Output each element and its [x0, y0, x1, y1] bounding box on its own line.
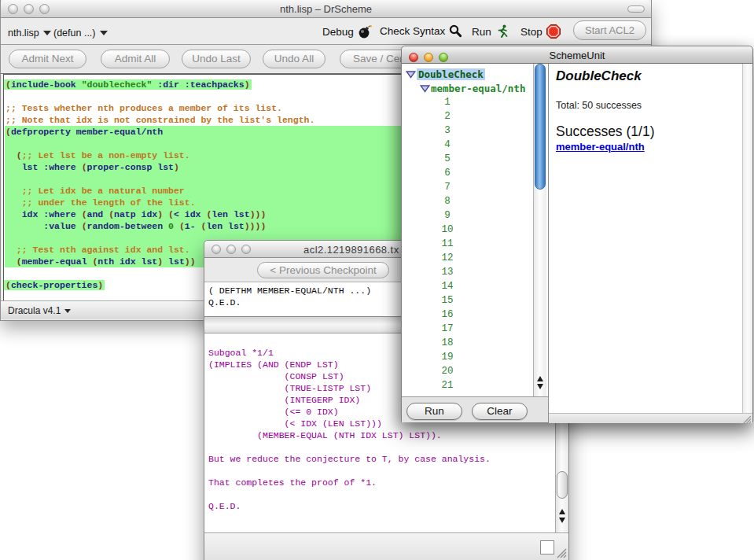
tree-case-item[interactable]: 17 — [431, 323, 464, 334]
resize-grip-icon[interactable] — [741, 414, 752, 424]
tree-case-item[interactable]: 8 — [431, 196, 464, 207]
acl2-bottom-bar — [204, 532, 568, 560]
window-title: nth.lisp – DrScheme — [1, 3, 651, 15]
schemeunit-window: SchemeUnit DoubleCheck member-equal/nth … — [401, 46, 753, 422]
tree-item-member-equal-nth[interactable]: member-equal/nth — [420, 81, 525, 95]
scroll-down-icon[interactable] — [559, 518, 565, 523]
tree-item-doublecheck[interactable]: DoubleCheck — [406, 67, 485, 81]
tree-case-item[interactable]: 12 — [431, 252, 464, 263]
check-syntax-label: Check Syntax — [380, 25, 445, 37]
run-tests-button[interactable]: Run — [406, 403, 462, 420]
run-button[interactable]: Run — [472, 24, 510, 39]
tree-case-item[interactable]: 15 — [431, 295, 464, 306]
chevron-down-icon — [100, 31, 108, 35]
drscheme-titlebar[interactable]: nth.lisp – DrScheme — [1, 0, 651, 18]
report-scrollbar[interactable] — [742, 64, 752, 413]
tree-case-item[interactable]: 21 — [431, 380, 464, 391]
tree-case-item[interactable]: 13 — [431, 267, 464, 278]
code-line: lst :where (proper-consp lst) — [4, 161, 314, 173]
stop-icon — [546, 24, 561, 39]
report-successes-heading: Successes (1/1) — [556, 123, 741, 139]
report-heading: DoubleCheck — [556, 68, 741, 83]
tree-case-item[interactable]: 20 — [431, 366, 464, 377]
undo-last-button[interactable]: Undo Last — [182, 50, 251, 68]
code-line: (defproperty member-equal/nth — [4, 126, 314, 138]
tree-case-item[interactable]: 19 — [431, 352, 464, 363]
admit-all-button[interactable]: Admit All — [101, 50, 170, 68]
window-title: SchemeUnit — [402, 50, 752, 61]
chevron-down-icon — [64, 309, 71, 313]
tree-case-item[interactable]: 2 — [431, 111, 464, 122]
defun-dropdown[interactable]: (defun ...) — [53, 28, 108, 39]
filename-dropdown[interactable]: nth.lisp — [8, 28, 51, 39]
filename-dropdown-label: nth.lisp — [8, 28, 39, 39]
tree-case-item[interactable]: 16 — [431, 309, 464, 320]
tree-case-item[interactable]: 7 — [431, 182, 464, 193]
language-label: Dracula v4.1 — [8, 305, 61, 316]
defun-dropdown-label: (defun ...) — [53, 28, 96, 39]
disclosure-triangle-icon[interactable] — [420, 84, 430, 93]
bomb-icon — [357, 24, 373, 39]
drscheme-navbar: nth.lisp (defun ...) Debug Check Syntax — [1, 18, 651, 45]
check-syntax-button[interactable]: Check Syntax — [380, 24, 463, 39]
code-line: ;; Tests whether nth produces a member o… — [4, 102, 314, 114]
tree-case-item[interactable]: 10 — [431, 224, 464, 235]
code-line: ;; Let idx be a natural number — [4, 185, 314, 197]
proof-summary-text: ( DEFTHM MEMBER-EQUAL/NTH ...) Q.E.D. — [208, 285, 371, 308]
start-acl2-button[interactable]: Start ACL2 — [573, 20, 646, 40]
stop-label: Stop — [520, 26, 543, 38]
report-pane[interactable]: DoubleCheck Total: 50 successes Successe… — [549, 64, 752, 413]
chevron-down-icon — [43, 31, 51, 35]
acl2-window-controls — [211, 245, 251, 254]
code-line — [4, 173, 314, 185]
magnifier-icon — [448, 24, 463, 39]
tree-case-item[interactable]: 5 — [431, 153, 464, 164]
debug-button[interactable]: Debug — [322, 24, 373, 39]
test-tree[interactable]: DoubleCheck member-equal/nth 12345678910… — [402, 64, 548, 397]
runner-icon — [495, 24, 510, 39]
proof-scrollbar-thumb[interactable] — [557, 471, 568, 499]
code-line — [4, 90, 314, 102]
acl2-checkbox[interactable] — [540, 540, 554, 554]
tree-case-item[interactable]: 3 — [431, 125, 464, 136]
tree-scrollbar[interactable] — [533, 64, 546, 396]
admit-next-button[interactable]: Admit Next — [9, 50, 86, 68]
toolbar-toggle-button[interactable] — [627, 6, 645, 13]
tree-root-label[interactable]: DoubleCheck — [417, 68, 485, 80]
tree-case-item[interactable]: 9 — [431, 210, 464, 221]
tree-case-item[interactable]: 11 — [431, 238, 464, 249]
test-result-link[interactable]: member-equal/nth — [556, 141, 645, 153]
code-line: (include-book "doublecheck" :dir :teachp… — [4, 79, 314, 90]
code-line: :value (random-between 0 (1- (len lst)))… — [4, 220, 314, 232]
previous-checkpoint-button[interactable]: < Previous Checkpoint — [257, 262, 389, 278]
undo-all-button[interactable]: Undo All — [263, 50, 326, 68]
zoom-button[interactable] — [241, 245, 251, 254]
tree-case-item[interactable]: 4 — [431, 139, 464, 150]
tree-scroll-arrows — [534, 374, 546, 392]
schemeunit-titlebar[interactable]: SchemeUnit — [402, 46, 752, 64]
report-panel: DoubleCheck Total: 50 successes Successe… — [549, 64, 752, 422]
clear-tests-button[interactable]: Clear — [472, 403, 528, 420]
scroll-down-icon[interactable] — [537, 384, 543, 389]
debug-label: Debug — [322, 26, 354, 38]
schemeunit-body: DoubleCheck member-equal/nth 12345678910… — [402, 64, 752, 422]
tree-case-item[interactable]: 18 — [431, 337, 464, 348]
tree-case-item[interactable]: 1 — [431, 97, 464, 108]
test-buttons-bar: Run Clear — [402, 397, 548, 422]
scroll-up-icon[interactable] — [537, 376, 543, 381]
stop-button[interactable]: Stop — [520, 24, 561, 39]
tree-case-item[interactable]: 6 — [431, 168, 464, 179]
code-line: (;; Let lst be a non-empty list. — [4, 149, 314, 161]
scroll-up-icon[interactable] — [559, 509, 565, 514]
report-total: Total: 50 successes — [556, 100, 741, 111]
tree-case-item[interactable]: 14 — [431, 281, 464, 292]
close-button[interactable] — [211, 245, 221, 254]
test-tree-panel: DoubleCheck member-equal/nth 12345678910… — [402, 64, 548, 422]
disclosure-triangle-icon[interactable] — [406, 70, 416, 79]
tree-scrollbar-thumb[interactable] — [535, 64, 546, 190]
language-dropdown[interactable]: Dracula v4.1 — [8, 305, 71, 316]
resize-grip-icon[interactable] — [554, 546, 567, 558]
run-label: Run — [472, 26, 491, 38]
tree-group-label[interactable]: member-equal/nth — [431, 83, 525, 94]
minimize-button[interactable] — [226, 245, 236, 254]
